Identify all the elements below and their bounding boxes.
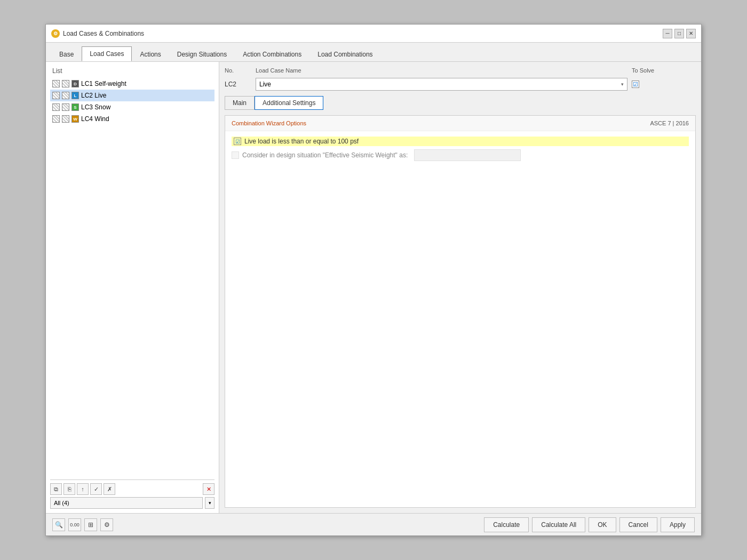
toolbar-row: ⧉ ⎘ ↑ ✓ ✗ ✕ — [50, 483, 214, 495]
filter-display: All (4) — [50, 497, 203, 509]
lc1-stripe2 — [62, 80, 69, 87]
left-panel: List D LC1 Self-weight L LC2 Live S LC3 … — [46, 62, 219, 513]
maximize-button[interactable]: □ — [674, 29, 684, 38]
cancel-button[interactable]: Cancel — [619, 517, 657, 532]
option1-row[interactable]: ☑ Live load is less than or equal to 100… — [232, 137, 689, 146]
list-header: List — [50, 66, 214, 76]
lc3-label: LC3 Snow — [81, 103, 110, 111]
lc1-stripe — [52, 80, 60, 87]
content-body: ☑ Live load is less than or equal to 100… — [225, 131, 695, 507]
lc4-stripe — [52, 115, 60, 123]
tab-load-combinations[interactable]: Load Combinations — [309, 46, 380, 61]
lc4-stripe2 — [62, 115, 69, 123]
calculate-button[interactable]: Calculate — [484, 517, 529, 532]
lc1-label: LC1 Self-weight — [81, 80, 126, 87]
option1-checkbox[interactable]: ☑ — [234, 138, 241, 145]
bottom-right-buttons: Calculate Calculate All OK Cancel Apply — [484, 517, 695, 532]
asce-label: ASCE 7 | 2016 — [650, 120, 689, 126]
tab-action-combinations[interactable]: Action Combinations — [235, 46, 309, 61]
ok-button[interactable]: OK — [589, 517, 616, 532]
option2-label: Consider in design situation "Effective … — [242, 151, 408, 159]
col-name: Load Case Name — [256, 67, 627, 74]
lc-name-select[interactable]: Live ▾ — [256, 78, 627, 91]
number-icon-btn[interactable]: 0.00 — [68, 518, 81, 531]
lc4-badge: W — [71, 115, 79, 123]
main-tabs: Base Load Cases Actions Design Situation… — [46, 43, 701, 62]
list-item-lc4[interactable]: W LC4 Wind — [50, 113, 214, 125]
main-content: List D LC1 Self-weight L LC2 Live S LC3 … — [46, 62, 701, 513]
delete-button[interactable]: ✕ — [203, 483, 214, 495]
window-controls: ─ □ ✕ — [663, 29, 696, 38]
option1-label: Live load is less than or equal to 100 p… — [244, 138, 359, 145]
to-solve-checkbox[interactable]: ☑ — [632, 81, 639, 88]
lc2-label: LC2 Live — [81, 92, 106, 99]
section-title: Combination Wizard Options — [232, 120, 306, 126]
lc2-stripe — [52, 92, 60, 99]
tab-actions[interactable]: Actions — [132, 46, 169, 61]
check-button[interactable]: ✓ — [90, 483, 102, 495]
title-bar-left: ⚙ Load Cases & Combinations — [51, 29, 144, 38]
uncheck-button[interactable]: ✗ — [104, 483, 115, 495]
settings-icon-btn[interactable]: ⚙ — [100, 518, 113, 531]
lc-data-row: LC2 Live ▾ ☑ — [225, 78, 696, 91]
minimize-button[interactable]: ─ — [663, 29, 672, 38]
title-bar: ⚙ Load Cases & Combinations ─ □ ✕ — [46, 25, 701, 43]
lc2-stripe2 — [62, 92, 69, 99]
lc-name-value: Live — [259, 81, 271, 88]
list-item-lc1[interactable]: D LC1 Self-weight — [50, 78, 214, 90]
content-header: Combination Wizard Options ASCE 7 | 2016 — [225, 116, 695, 131]
calculate-all-button[interactable]: Calculate All — [532, 517, 585, 532]
filter-label: All (4) — [54, 500, 69, 506]
tab-base[interactable]: Base — [51, 46, 82, 61]
col-no: No. — [225, 67, 251, 74]
lc-number: LC2 — [225, 81, 251, 88]
option2-row: Consider in design situation "Effective … — [232, 149, 689, 161]
paste-button[interactable]: ⎘ — [63, 483, 75, 495]
content-area: Combination Wizard Options ASCE 7 | 2016… — [225, 115, 696, 508]
col-solve: To Solve — [632, 67, 696, 74]
sub-tab-additional-settings[interactable]: Additional Settings — [255, 96, 323, 110]
filter-row: All (4) ▾ — [50, 497, 214, 509]
apply-button[interactable]: Apply — [661, 517, 695, 532]
option2-dropdown — [414, 149, 521, 161]
option2-checkbox[interactable] — [232, 151, 239, 159]
window-title: Load Cases & Combinations — [63, 30, 144, 37]
list-item-lc2[interactable]: L LC2 Live — [50, 90, 214, 101]
tab-load-cases[interactable]: Load Cases — [82, 46, 132, 61]
sub-tabs: Main Additional Settings — [225, 96, 696, 110]
lc3-stripe2 — [62, 103, 69, 111]
export-button[interactable]: ↑ — [77, 483, 89, 495]
lc-solve-cell: ☑ — [632, 81, 696, 88]
bottom-bar: 🔍 0.00 ⊞ ⚙ Calculate Calculate All OK Ca… — [46, 513, 701, 535]
app-icon: ⚙ — [51, 29, 60, 38]
close-button[interactable]: ✕ — [686, 29, 696, 38]
lc2-badge: L — [71, 92, 79, 99]
lc3-badge: S — [71, 103, 79, 111]
sub-tab-main[interactable]: Main — [225, 96, 255, 110]
main-window: ⚙ Load Cases & Combinations ─ □ ✕ Base L… — [45, 24, 702, 536]
lc1-badge: D — [71, 80, 79, 87]
list-item-lc3[interactable]: S LC3 Snow — [50, 101, 214, 113]
lc3-stripe — [52, 103, 60, 111]
lc-column-headers: No. Load Case Name To Solve — [225, 67, 696, 74]
left-panel-footer: ⧉ ⎘ ↑ ✓ ✗ ✕ All (4) ▾ — [50, 479, 214, 509]
right-panel: No. Load Case Name To Solve LC2 Live ▾ ☑… — [219, 62, 701, 513]
search-icon-btn[interactable]: 🔍 — [52, 518, 65, 531]
filter-dropdown[interactable]: ▾ — [205, 497, 214, 509]
bottom-left-icons: 🔍 0.00 ⊞ ⚙ — [52, 518, 113, 531]
copy-button[interactable]: ⧉ — [50, 483, 62, 495]
lc-name-arrow-icon: ▾ — [621, 82, 624, 87]
table-icon-btn[interactable]: ⊞ — [84, 518, 97, 531]
tab-design-situations[interactable]: Design Situations — [169, 46, 235, 61]
lc4-label: LC4 Wind — [81, 115, 109, 123]
